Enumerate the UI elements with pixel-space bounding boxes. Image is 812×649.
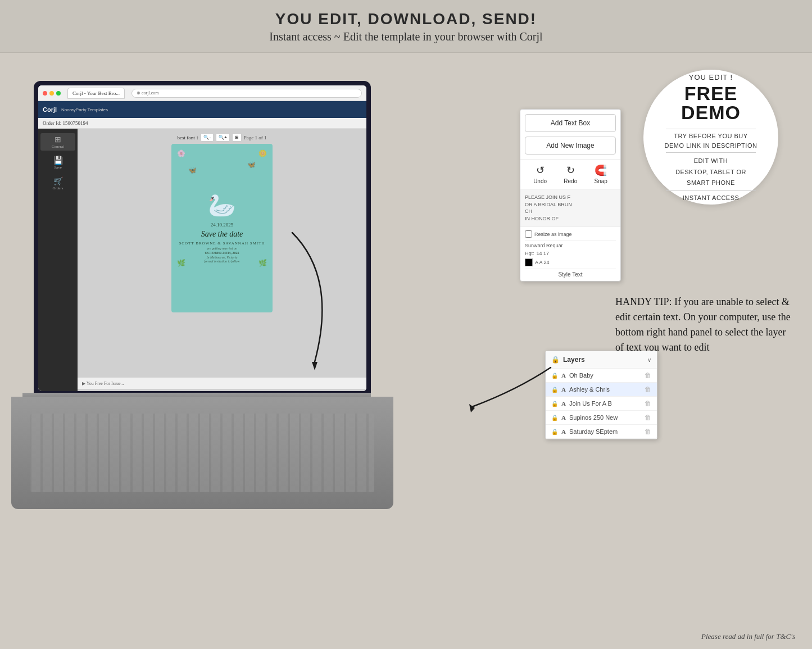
- layer-type-icon: A: [561, 386, 566, 393]
- demo-link: DEMO LINK IN DESCRIPTION: [665, 141, 757, 151]
- undo-label: Undo: [533, 178, 547, 184]
- flower-decor-2: 🌼: [258, 149, 267, 158]
- demo-edit-with: EDIT WITH: [694, 156, 728, 166]
- style-text-label[interactable]: Style Text: [525, 269, 616, 278]
- corjl-nav: NoorayParty Templates: [61, 107, 108, 112]
- layers-chevron-icon[interactable]: ∨: [647, 357, 651, 363]
- snap-icon: 🧲: [595, 164, 607, 176]
- swan-card-title: Save the date: [179, 230, 265, 239]
- browser-dot-green[interactable]: [56, 91, 61, 96]
- laptop-mockup: Corjl - Your Best Bro... ⊕ corjl.com Cor…: [11, 81, 382, 519]
- page-label: Page 1 of 1: [244, 135, 267, 140]
- free-demo-circle: YOU EDIT ! FREE DEMO TRY BEFORE YOU BUY …: [643, 70, 778, 205]
- edit-style-options: Resize as image Sunward Requar Hgt: 14 1…: [520, 226, 620, 281]
- corjl-editor: Corjl NoorayParty Templates Order Id: 15…: [38, 101, 366, 391]
- layer-delete-icon[interactable]: 🗑: [645, 400, 651, 407]
- status-text: ▶ You Free For Issue...: [82, 381, 124, 386]
- preview-line-1: PLEASE JOIN US F: [525, 194, 616, 201]
- demo-instant-access: INSTANT ACCESS: [683, 194, 740, 201]
- layer-type-icon: A: [561, 414, 566, 421]
- demo-smart-phone: SMART PHONE: [687, 178, 735, 188]
- browser-tab[interactable]: Corjl - Your Best Bro...: [67, 88, 125, 99]
- layer-delete-icon[interactable]: 🗑: [645, 385, 651, 393]
- layer-item[interactable]: 🔒 A Saturday SEptem 🗑: [546, 425, 657, 439]
- edit-panel: Add Text Box Add New Image ↺ Undo ↻ Redo…: [520, 109, 621, 282]
- layer-delete-icon[interactable]: 🗑: [645, 414, 651, 421]
- redo-action[interactable]: ↻ Redo: [564, 164, 577, 184]
- style-row-1: Resize as image: [525, 230, 616, 238]
- order-id: Order Id: 1500750194: [43, 120, 88, 126]
- footer-note: Please read ad in full for T&C's: [701, 632, 795, 641]
- sidebar-item-order[interactable]: 🛒 Orders: [40, 175, 75, 192]
- browser-dot-yellow[interactable]: [49, 91, 54, 96]
- bottom-status-bar: ▶ You Free For Issue...: [78, 378, 366, 389]
- preview-line-4: IN HONOR OF: [525, 215, 616, 223]
- edit-panel-actions: ↺ Undo ↻ Redo 🧲 Snap: [520, 159, 620, 189]
- demo-demo-text: DEMO: [681, 103, 741, 122]
- snap-action[interactable]: 🧲 Snap: [594, 164, 607, 184]
- add-text-box-button[interactable]: Add Text Box: [525, 114, 616, 132]
- demo-divider-1: [666, 129, 756, 129]
- size-value: 14 17: [537, 251, 550, 256]
- corjl-topbar: Corjl NoorayParty Templates: [38, 101, 366, 118]
- laptop-screen-inner: Corjl - Your Best Bro... ⊕ corjl.com Cor…: [38, 85, 366, 391]
- layer-name-text: Oh Baby: [569, 372, 641, 379]
- color-swatch[interactable]: [525, 258, 533, 266]
- style-row-font: Sunward Requar: [525, 243, 616, 248]
- keyboard-keys-visual: [30, 414, 374, 492]
- corjl-canvas-area: best font ↑ 🔍- 🔍+ ⊞ Page 1 of 1 🌸 🌼: [78, 129, 366, 391]
- flower-decor-1: 🌸: [177, 149, 185, 158]
- url-text: ⊕ corjl.com: [137, 90, 158, 96]
- layer-lock-icon: 🔒: [551, 401, 558, 407]
- layer-item[interactable]: 🔒 A Supinos 250 New 🗑: [546, 411, 657, 425]
- preview-line-2: OR A BRIDAL BRUN: [525, 201, 616, 208]
- font-style-label: A A 24: [535, 260, 550, 265]
- browser-dot-red[interactable]: [43, 91, 47, 96]
- layers-header: 🔒 Layers ∨: [546, 351, 657, 369]
- laptop-screen-outer: Corjl - Your Best Bro... ⊕ corjl.com Cor…: [34, 81, 371, 396]
- browser-address[interactable]: ⊕ corjl.com: [131, 89, 362, 98]
- layer-type-icon: A: [561, 400, 566, 407]
- layer-lock-icon: 🔒: [551, 415, 558, 421]
- resize-image-checkbox[interactable]: [525, 230, 532, 238]
- font-label: Sunward Requar: [525, 243, 563, 248]
- flower-decor-3: 🦋: [188, 166, 197, 175]
- size-label: Hgt:: [525, 251, 534, 256]
- corjl-logo: Corjl: [43, 106, 57, 113]
- sidebar-item-save[interactable]: 💾 Save: [40, 154, 75, 171]
- layer-delete-icon[interactable]: 🗑: [645, 371, 651, 379]
- layer-item[interactable]: 🔒 A Join Us For A B 🗑: [546, 397, 657, 411]
- layer-item[interactable]: 🔒 A Oh Baby 🗑: [546, 369, 657, 383]
- browser-chrome: Corjl - Your Best Bro... ⊕ corjl.com: [38, 85, 366, 101]
- swan-icon: 🦢: [179, 192, 265, 219]
- flower-decor-6: 🌿: [258, 259, 267, 267]
- flower-decor-4: 🦋: [247, 161, 256, 169]
- swan-card-desc4: formal invitation to follow: [179, 260, 265, 264]
- layers-panel: 🔒 Layers ∨ 🔒 A Oh Baby 🗑 🔒 A Ashley & Ch…: [545, 351, 657, 439]
- swan-card-desc1: are getting married on: [179, 247, 265, 251]
- svg-marker-1: [469, 404, 475, 412]
- lock-icon-header: 🔒: [551, 356, 560, 364]
- corjl-toolbar: best font ↑ 🔍- 🔍+ ⊞ Page 1 of 1: [177, 133, 266, 142]
- layer-lock-icon: 🔒: [551, 387, 558, 393]
- header-title: YOU EDIT, DOWNLOAD, SEND!: [0, 10, 812, 28]
- layer-name-text: Ashley & Chris: [569, 386, 641, 393]
- style-row-size: Hgt: 14 17: [525, 251, 616, 256]
- undo-action[interactable]: ↺ Undo: [533, 164, 547, 184]
- layer-type-icon: A: [561, 428, 566, 435]
- handy-tip-text: HANDY TIP: If you are unable to select &…: [615, 296, 791, 353]
- layer-delete-icon[interactable]: 🗑: [645, 428, 651, 435]
- zoom-in-btn[interactable]: 🔍+: [216, 133, 230, 142]
- sidebar-item-general[interactable]: ⊞ General: [40, 133, 75, 151]
- demo-divider-2: [666, 152, 756, 153]
- snap-label: Snap: [594, 178, 607, 184]
- header-subtitle: Instant access ~ Edit the template in yo…: [0, 30, 812, 43]
- redo-label: Redo: [564, 178, 577, 184]
- handy-tip: HANDY TIP: If you are unable to select &…: [615, 294, 795, 355]
- demo-you-edit: YOU EDIT !: [689, 73, 733, 81]
- zoom-out-btn[interactable]: 🔍-: [201, 133, 214, 142]
- layer-item[interactable]: 🔒 A Ashley & Chris 🗑: [546, 383, 657, 397]
- demo-divider-3: [666, 190, 756, 191]
- grid-btn[interactable]: ⊞: [232, 133, 242, 142]
- add-new-image-button[interactable]: Add New Image: [525, 137, 616, 155]
